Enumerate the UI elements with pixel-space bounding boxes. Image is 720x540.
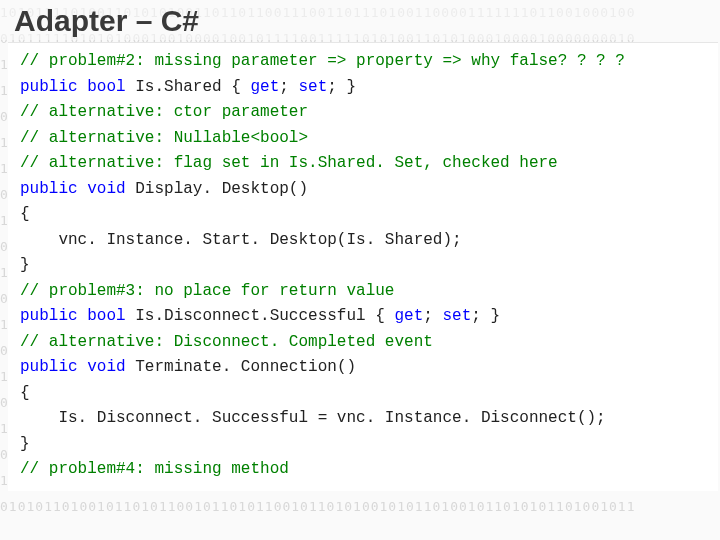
code-line: // alternative: flag set in Is.Shared. S…: [20, 151, 710, 177]
code-token: {: [222, 78, 251, 96]
code-line: public void Display. Desktop(): [20, 177, 710, 203]
code-token: bool: [87, 78, 125, 96]
code-token: public: [20, 78, 78, 96]
code-line: Is. Disconnect. Successful = vnc. Instan…: [20, 406, 710, 432]
code-token: public: [20, 358, 78, 376]
code-token: [78, 358, 88, 376]
code-token: // alternative: Disconnect. Completed ev…: [20, 333, 433, 351]
code-line: // alternative: Nullable<bool>: [20, 126, 710, 152]
code-token: // alternative: ctor parameter: [20, 103, 308, 121]
code-token: // alternative: Nullable<bool>: [20, 129, 308, 147]
code-token: // problem#2: missing parameter => prope…: [20, 52, 625, 70]
code-token: }: [20, 435, 30, 453]
code-line: // problem#4: missing method: [20, 457, 710, 483]
code-token: [126, 78, 136, 96]
code-token: [78, 307, 88, 325]
code-token: vnc. Instance. Start. Desktop(Is. Shared…: [20, 231, 462, 249]
code-token: Is. Disconnect. Successful = vnc. Instan…: [20, 409, 606, 427]
code-token: // problem#3: no place for return value: [20, 282, 394, 300]
slide: Adapter – C# // problem#2: missing param…: [0, 0, 720, 540]
slide-title: Adapter – C#: [0, 0, 720, 40]
code-token: ; }: [471, 307, 500, 325]
code-token: bool: [87, 307, 125, 325]
code-token: ; }: [327, 78, 356, 96]
code-token: Display. Desktop: [135, 180, 289, 198]
code-token: // alternative: flag set in Is.Shared. S…: [20, 154, 558, 172]
code-line: // problem#2: missing parameter => prope…: [20, 49, 710, 75]
code-line: // problem#3: no place for return value: [20, 279, 710, 305]
code-token: {: [20, 205, 30, 223]
code-token: {: [20, 384, 30, 402]
code-token: Terminate. Connection: [135, 358, 337, 376]
code-line: {: [20, 381, 710, 407]
code-line: public bool Is.Shared { get; set; }: [20, 75, 710, 101]
code-token: public: [20, 180, 78, 198]
code-token: get: [394, 307, 423, 325]
code-line: public bool Is.Disconnect.Successful { g…: [20, 304, 710, 330]
code-token: (): [337, 358, 356, 376]
code-token: public: [20, 307, 78, 325]
code-token: Is.Disconnect.Successful: [135, 307, 365, 325]
code-line: // alternative: ctor parameter: [20, 100, 710, 126]
code-token: [126, 307, 136, 325]
code-block: // problem#2: missing parameter => prope…: [8, 42, 718, 491]
code-token: }: [20, 256, 30, 274]
code-line: {: [20, 202, 710, 228]
code-token: set: [443, 307, 472, 325]
code-token: void: [87, 358, 125, 376]
code-line: // alternative: Disconnect. Completed ev…: [20, 330, 710, 356]
code-token: [78, 180, 88, 198]
code-line: public void Terminate. Connection(): [20, 355, 710, 381]
code-token: {: [366, 307, 395, 325]
code-token: get: [250, 78, 279, 96]
code-token: // problem#4: missing method: [20, 460, 289, 478]
code-token: Is.Shared: [135, 78, 221, 96]
code-token: (): [289, 180, 308, 198]
code-line: }: [20, 432, 710, 458]
code-token: [126, 180, 136, 198]
code-token: set: [298, 78, 327, 96]
code-token: [78, 78, 88, 96]
code-line: }: [20, 253, 710, 279]
code-token: ;: [423, 307, 442, 325]
code-token: [126, 358, 136, 376]
code-token: ;: [279, 78, 298, 96]
code-token: void: [87, 180, 125, 198]
code-line: vnc. Instance. Start. Desktop(Is. Shared…: [20, 228, 710, 254]
